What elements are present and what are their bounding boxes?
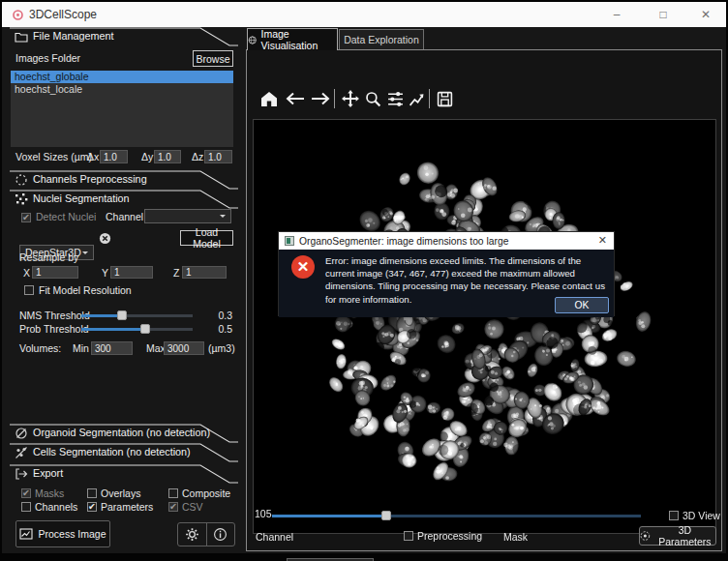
list-item[interactable]: hoechst_locale xyxy=(11,83,233,96)
slider-thumb[interactable] xyxy=(140,324,150,334)
export-parameters-label: Parameters xyxy=(101,501,153,513)
resample-x-label: X xyxy=(23,267,30,279)
export-overlays-checkbox[interactable] xyxy=(87,488,97,498)
process-image-button[interactable]: Process Image xyxy=(15,520,110,547)
fit-model-checkbox[interactable] xyxy=(24,285,34,295)
error-dialog: OrganoSegmenter: image dimensions too la… xyxy=(278,231,615,316)
organoid-icon xyxy=(15,427,28,440)
tab-image-visualisation[interactable]: Image Visualisation xyxy=(247,28,338,50)
export-channels-checkbox[interactable] xyxy=(21,502,31,512)
preprocessing-icon xyxy=(15,173,28,187)
forward-button[interactable] xyxy=(308,86,332,111)
prob-threshold-slider[interactable] xyxy=(81,328,193,331)
images-folder-label: Images Folder xyxy=(15,52,80,64)
ok-button[interactable]: OK xyxy=(555,297,609,313)
section-channels-preprocessing[interactable]: Channels Preprocessing xyxy=(10,170,238,190)
section-title: Organoid Segmentation (no detection) xyxy=(33,427,210,438)
title-bar: 3DCellScope – □ ✕ xyxy=(2,2,726,27)
section-organoid-segmentation[interactable]: Organoid Segmentation (no detection) xyxy=(10,424,238,443)
cells-icon xyxy=(15,446,28,459)
params-3d-label: 3D Parameters xyxy=(654,524,715,547)
save-button[interactable] xyxy=(433,86,457,111)
tab-data-exploration[interactable]: Data Exploration xyxy=(339,29,424,50)
section-title: File Management xyxy=(33,30,113,42)
min-volume-field[interactable] xyxy=(91,341,133,355)
images-folder-list[interactable]: hoechst_globale hoechst_locale xyxy=(11,71,233,147)
section-file-management[interactable]: File Management xyxy=(10,27,238,46)
maximize-button[interactable]: □ xyxy=(647,2,680,27)
minimize-button[interactable]: – xyxy=(600,2,633,27)
toolbar-separator xyxy=(429,89,430,108)
min-label: Min xyxy=(73,342,89,354)
resample-x-field[interactable] xyxy=(32,266,78,279)
nms-threshold-slider[interactable] xyxy=(81,314,193,317)
save-icon xyxy=(437,91,453,107)
max-volume-field[interactable] xyxy=(164,341,204,355)
image-viewport[interactable] xyxy=(253,119,716,534)
clear-model-icon[interactable] xyxy=(99,232,111,245)
dx-field[interactable] xyxy=(100,150,128,163)
export-overlays-label: Overlays xyxy=(101,487,140,499)
dy-field[interactable] xyxy=(154,150,181,163)
channel-select[interactable] xyxy=(144,209,231,223)
export-masks-label: Masks xyxy=(35,487,64,499)
preprocessing-label: Preprocessing xyxy=(417,530,482,542)
window-title: 3DCellScope xyxy=(29,8,97,21)
browse-button[interactable]: Browse xyxy=(193,50,233,67)
section-cells-segmentation[interactable]: Cells Segmentation (no detection) xyxy=(10,443,238,462)
zoom-button[interactable] xyxy=(361,86,385,111)
export-parameters-checkbox[interactable] xyxy=(87,502,97,512)
slice-slider[interactable] xyxy=(272,515,641,517)
settings-button[interactable] xyxy=(178,523,207,546)
preprocessing-checkbox[interactable] xyxy=(404,531,413,541)
process-image-label: Process Image xyxy=(38,528,106,540)
channel-label: Channel xyxy=(106,211,143,222)
export-csv-checkbox[interactable] xyxy=(168,502,178,512)
info-button[interactable] xyxy=(207,523,235,546)
export-masks-checkbox[interactable] xyxy=(21,488,31,498)
channel-bottom-label: Channel xyxy=(256,531,293,543)
dialog-app-icon xyxy=(285,236,294,246)
max-label: Max xyxy=(146,342,166,354)
tab-label: Image Visualisation xyxy=(261,28,338,51)
slider-thumb[interactable] xyxy=(381,511,391,520)
params-3d-button[interactable]: 3D Parameters xyxy=(639,526,716,546)
back-button[interactable] xyxy=(283,86,307,111)
forward-icon xyxy=(310,92,331,105)
close-button[interactable]: ✕ xyxy=(689,2,722,27)
volume-unit-label: (µm3) xyxy=(208,342,235,354)
nms-threshold-value: 0.3 xyxy=(211,310,232,321)
dialog-title: OrganoSegmenter: image dimensions too la… xyxy=(299,236,508,247)
dialog-close-icon[interactable]: ✕ xyxy=(598,234,607,247)
section-nuclei-segmentation[interactable]: Nuclei Segmentation xyxy=(10,190,238,209)
slice-value: 105 xyxy=(255,508,272,519)
slider-thumb[interactable] xyxy=(117,310,127,320)
section-title: Nuclei Segmentation xyxy=(33,192,130,204)
microscopy-image xyxy=(254,120,715,533)
export-channels-label: Channels xyxy=(35,501,77,513)
detect-nuclei-checkbox[interactable] xyxy=(21,213,31,222)
volumes-label: Volumes: xyxy=(19,342,61,354)
nms-threshold-label: NMS Threshold xyxy=(19,310,90,321)
load-model-button[interactable]: Load Model xyxy=(180,230,233,246)
export-composite-checkbox[interactable] xyxy=(168,488,178,498)
info-icon xyxy=(213,527,228,542)
resample-y-field[interactable] xyxy=(110,266,153,279)
list-item[interactable]: hoechst_globale xyxy=(11,71,233,83)
mask-label: Mask xyxy=(503,531,528,543)
customize-button[interactable] xyxy=(405,86,429,111)
resample-z-label: Z xyxy=(173,267,179,279)
section-export[interactable]: Export xyxy=(10,464,238,484)
home-button[interactable] xyxy=(257,86,281,111)
home-icon xyxy=(259,90,279,107)
tab-label: Data Exploration xyxy=(344,34,419,45)
export-icon xyxy=(15,467,28,481)
dx-label: Δx xyxy=(87,151,99,162)
dz-field[interactable] xyxy=(204,150,232,163)
prob-threshold-value: 0.5 xyxy=(211,323,232,335)
resample-z-field[interactable] xyxy=(182,266,227,279)
nuclei-icon xyxy=(15,192,28,206)
pan-button[interactable] xyxy=(338,86,362,111)
view-3d-checkbox[interactable] xyxy=(669,511,679,520)
section-title: Export xyxy=(33,467,63,479)
